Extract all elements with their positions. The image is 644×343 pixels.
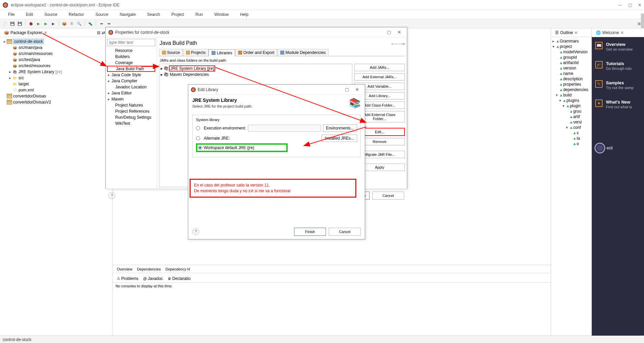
collapse-all-icon[interactable]: ⊟: [97, 30, 100, 35]
welcome-item[interactable]: 📖OverviewGet an overview: [592, 37, 644, 56]
tree-item[interactable]: 📦src/main/resources: [1, 51, 111, 57]
menu-help[interactable]: Help: [235, 11, 254, 18]
nav-item[interactable]: ▸Maven: [107, 96, 155, 102]
welcome-item[interactable]: ✎SamplesTry out the samp: [592, 76, 644, 95]
outline-item[interactable]: ▲ name: [552, 71, 591, 76]
outline-item[interactable]: ▾▲ build: [552, 92, 591, 98]
menu-refactor[interactable]: Refactor: [63, 11, 89, 18]
radio-execution-env[interactable]: [196, 126, 200, 130]
new-package-icon[interactable]: 📦: [61, 21, 67, 27]
outline-item[interactable]: ▲ groupId: [552, 55, 591, 60]
debug-icon[interactable]: 🐞: [28, 21, 34, 27]
close-tab-icon[interactable]: ✕: [44, 30, 47, 35]
tab-javadoc[interactable]: @ Javadoc: [141, 276, 165, 282]
tab-problems[interactable]: ⚠ Problems: [115, 276, 140, 282]
close-icon[interactable]: ✕: [638, 3, 641, 7]
outline-item[interactable]: ▲ ta: [552, 136, 591, 141]
filter-input[interactable]: [107, 39, 155, 46]
menu-source[interactable]: Source: [39, 11, 63, 18]
jar-item[interactable]: ▸📚Maven Dependencies: [161, 72, 351, 78]
menu-source2[interactable]: Source: [90, 11, 114, 18]
close-outline-icon[interactable]: ✕: [574, 30, 578, 35]
nav-item[interactable]: Builders: [107, 54, 155, 60]
exec-env-combo[interactable]: [248, 125, 321, 132]
outline-item[interactable]: ▲ properties: [552, 82, 591, 87]
tree-item[interactable]: 📁target: [1, 81, 111, 87]
outline-item[interactable]: ▲ dependencies: [552, 87, 591, 92]
nav-item[interactable]: WikiText: [107, 120, 155, 126]
dialog-close-icon[interactable]: ✕: [394, 30, 404, 35]
dialog-maximize-icon[interactable]: ▢: [384, 30, 394, 35]
tab-order-export[interactable]: Order and Export: [235, 49, 277, 56]
forward-icon[interactable]: ➡: [106, 21, 112, 27]
run-last-icon[interactable]: ▶: [50, 21, 56, 27]
nav-item[interactable]: Javadoc Location: [107, 84, 155, 90]
tab-module-deps[interactable]: Module Dependencies: [277, 49, 328, 56]
minimize-icon[interactable]: —: [618, 3, 622, 7]
workspace-default-option[interactable]: Workspace default JRE (jre): [196, 143, 288, 152]
menu-drop-icon[interactable]: ▾: [403, 41, 405, 46]
outline-item[interactable]: ▸▲ Grammars: [552, 38, 591, 44]
nav-item[interactable]: Project Natures: [107, 102, 155, 108]
menu-window[interactable]: Window: [209, 11, 234, 18]
welcome-tab[interactable]: 🌐 Welcome ✕: [594, 30, 626, 36]
menu-run[interactable]: Run: [190, 11, 208, 18]
edit-cancel-button[interactable]: Cancel: [329, 228, 361, 236]
outline-item[interactable]: ▲ artif: [552, 114, 591, 119]
outline-item[interactable]: ▲ description: [552, 76, 591, 82]
tree-item[interactable]: 📄pom.xml: [1, 87, 111, 93]
save-icon[interactable]: 💾: [9, 21, 15, 27]
nav-item[interactable]: ▸Java Editor: [107, 90, 155, 96]
new-class-icon[interactable]: ©: [69, 21, 75, 27]
edit-dialog-close-icon[interactable]: ✕: [352, 87, 362, 92]
menu-file[interactable]: File: [3, 11, 20, 18]
tree-item[interactable]: 📦src/main/java: [1, 45, 111, 51]
welcome-item[interactable]: 🎓TutorialsGo through tuto: [592, 56, 644, 76]
outline-item[interactable]: ▲ version: [552, 65, 591, 71]
tab-dependencies[interactable]: Dependencies: [135, 266, 163, 272]
tab-declaration[interactable]: 🗎 Declaratio: [166, 276, 193, 282]
outline-item[interactable]: ▾▲ plugin: [552, 103, 591, 109]
tab-source[interactable]: Source: [159, 49, 183, 56]
outline-item[interactable]: ▲ artifactId: [552, 60, 591, 65]
menu-navigate[interactable]: Navigate: [114, 11, 141, 18]
tab-dependency-h[interactable]: Dependency H: [163, 266, 192, 272]
save-all-icon[interactable]: 💾: [17, 21, 23, 27]
package-explorer-tab[interactable]: 📦 Package Explorer ✕: [2, 30, 49, 36]
tree-item[interactable]: ▸📚JRE System Library [jre]: [1, 69, 111, 75]
radio-workspace-default[interactable]: [198, 146, 202, 150]
back-icon[interactable]: ⬅: [98, 21, 104, 27]
nav-item[interactable]: Run/Debug Settings: [107, 114, 155, 120]
new-icon[interactable]: 📄: [2, 21, 8, 27]
package-explorer-tree[interactable]: ▸control-de-stock📦src/main/java📦src/main…: [0, 37, 112, 336]
close-welcome-icon[interactable]: ✕: [620, 30, 624, 35]
edit-dialog-maximize-icon[interactable]: ▢: [342, 87, 352, 92]
outline-item[interactable]: ▲ o: [552, 141, 591, 146]
finish-button[interactable]: Finish: [294, 228, 326, 236]
installed-jres-button[interactable]: Installed JREs...: [322, 135, 357, 142]
tab-projects[interactable]: Projects: [183, 49, 208, 56]
tree-item[interactable]: 📦src/test/resources: [1, 63, 111, 69]
menu-edit[interactable]: Edit: [21, 11, 38, 18]
menu-project[interactable]: Project: [166, 11, 189, 18]
outline-item[interactable]: ▲ grou: [552, 109, 591, 114]
nav-item[interactable]: Resource: [107, 48, 155, 54]
lib-button[interactable]: Add External JARs...: [354, 73, 405, 81]
welcome-item[interactable]: ★What's NewFind out what is: [592, 95, 644, 114]
tree-item[interactable]: convertidorDivisasV2: [1, 99, 111, 105]
outline-item[interactable]: ▾▲ project: [552, 44, 591, 49]
tree-item[interactable]: ▸📁src: [1, 75, 111, 81]
nav-item[interactable]: Java Build Path: [107, 66, 155, 72]
outline-item[interactable]: ▾▲ plugins: [552, 98, 591, 103]
coverage-icon[interactable]: ▶: [43, 21, 49, 27]
help-icon[interactable]: ?: [108, 192, 115, 199]
cancel-button[interactable]: Cancel: [372, 192, 404, 200]
tree-item[interactable]: ▸control-de-stock: [1, 38, 111, 45]
outline-item[interactable]: ▲ versi: [552, 119, 591, 125]
nav-item[interactable]: ▸Java Code Style: [107, 72, 155, 78]
lib-button[interactable]: Add JARs...: [354, 64, 405, 71]
link-editor-icon[interactable]: ⇄: [102, 30, 105, 35]
back-nav-icon[interactable]: ⟵: [391, 41, 397, 46]
nav-item[interactable]: Project References: [107, 108, 155, 114]
tab-libraries[interactable]: Libraries: [208, 49, 235, 56]
